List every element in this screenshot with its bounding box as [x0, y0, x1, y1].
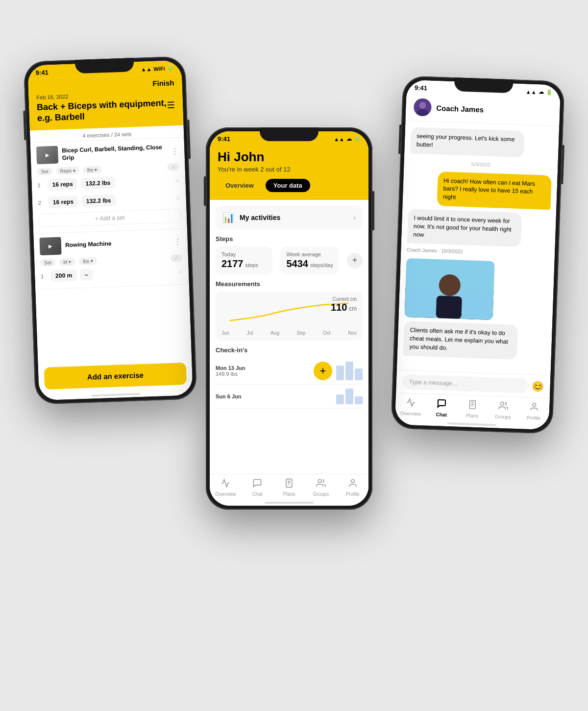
exercise-block-2: Rowing Machine ⋮ Set M ▾ lbs ▾ ✓ 1 200 m…: [33, 229, 189, 290]
plans-icon-mid: [284, 478, 294, 490]
menu-icon[interactable]: ☰: [167, 99, 175, 111]
tab-overview[interactable]: Overview: [218, 179, 262, 192]
set-reps-1-1[interactable]: 16 reps: [47, 178, 78, 191]
nav-plans-label-right: Plans: [466, 413, 478, 418]
msg-image-container: [404, 258, 494, 320]
chat-icon-right: [437, 398, 447, 411]
chart-current: Current cm 110 cm: [331, 296, 357, 313]
nav-overview-mid[interactable]: Overview: [210, 478, 242, 497]
chart-current-val: 110: [331, 302, 347, 313]
set-weight-1-2[interactable]: 132.2 lbs: [81, 195, 116, 207]
finish-button[interactable]: Finish: [152, 78, 174, 88]
profile-icon-mid: [348, 478, 358, 490]
measurements-section: Measurements Current cm 110 cm: [216, 280, 363, 341]
notch-mid: [260, 127, 318, 141]
checkin-add-button[interactable]: +: [314, 362, 332, 380]
weight-dropdown-2[interactable]: lbs ▾: [79, 257, 97, 265]
checkins-title: Check-in's: [216, 346, 363, 354]
home-indicator-right: [447, 422, 496, 426]
nav-plans-right[interactable]: Plans: [457, 399, 488, 419]
emoji-button[interactable]: 😊: [532, 380, 544, 392]
overview-icon-right: [406, 397, 416, 410]
home-indicator-mid: [265, 502, 314, 504]
checkin-row-1: Mon 13 Jun 149.9 lbs +: [216, 358, 363, 385]
chart-current-unit: cm: [349, 305, 357, 312]
dash-subtitle: You're in week 2 out of 12: [218, 166, 361, 173]
chat-screen: 9:41 ▲▲ ☁ 🔋: [395, 80, 561, 430]
steps-add-button[interactable]: +: [347, 253, 363, 269]
exercise-name-1: Bicep Curl, Barbell, Standing, Close Gri…: [62, 143, 167, 162]
msg-date-1: 5/3/2022: [410, 159, 552, 170]
exercise-options-1[interactable]: ⋮: [171, 146, 179, 156]
svg-point-17: [500, 402, 504, 405]
notch-left: [75, 58, 134, 74]
nav-chat-mid[interactable]: Chat: [242, 478, 273, 497]
nav-groups-right[interactable]: Groups: [488, 400, 519, 420]
exercise-header-1: Bicep Curl, Barbell, Standing, Close Gri…: [36, 142, 179, 164]
set-check-1-1: ○: [175, 176, 180, 184]
checkin-row-2: Sun 6 Jun: [216, 385, 363, 409]
phone-right: 9:41 ▲▲ ☁ 🔋: [391, 75, 565, 434]
chat-input[interactable]: Type a message...: [402, 374, 528, 393]
msg-image: [404, 258, 494, 320]
status-icons-right: ▲▲ ☁ 🔋: [526, 88, 553, 96]
nav-overview-label-right: Overview: [400, 411, 421, 417]
checkin-date-2: Sun 6 Jun: [216, 393, 242, 399]
msg-2: Hi coach! How often can I eat Mars bars?…: [437, 172, 551, 210]
set-reps-1-2[interactable]: 16 reps: [48, 196, 79, 208]
nav-profile-mid[interactable]: Profile: [337, 478, 368, 497]
today-value: 2177: [221, 258, 244, 270]
avg-label: Week average: [286, 251, 333, 257]
dashboard-header: Hi John You're in week 2 out of 12 Overv…: [210, 145, 368, 200]
tab-your-data[interactable]: Your data: [266, 179, 310, 192]
nav-chat-right[interactable]: Chat: [426, 398, 457, 418]
avg-value: 5434: [286, 258, 308, 270]
home-indicator-left: [92, 393, 141, 396]
set-reps-2-1[interactable]: 200 m: [50, 270, 77, 282]
dashboard-content: 📊 My activities › Steps Today 2177 steps: [210, 200, 368, 474]
dashboard-screen: 9:41 ▲▲ ☁ 🔋 Hi John You're in week 2 out…: [210, 131, 368, 506]
svg-point-4: [318, 480, 321, 483]
nav-overview-right[interactable]: Overview: [395, 397, 426, 417]
svg-point-18: [533, 403, 536, 407]
workout-screen: 9:41 ▲▲ WiFi 🔋 Finish Feb 16, 2022: [27, 60, 193, 401]
checkins-section: Check-in's Mon 13 Jun 149.9 lbs +: [216, 346, 363, 409]
set-weight-2-1[interactable]: –: [80, 269, 94, 281]
exercise-header-2: Rowing Machine ⋮: [39, 233, 182, 255]
checkin-bars-1: [336, 362, 363, 380]
phone-mid: 9:41 ▲▲ ☁ 🔋 Hi John You're in week 2 out…: [206, 127, 372, 510]
msg-sender-1: Coach James - 15/3/2022: [407, 247, 549, 257]
profile-icon-right: [529, 402, 539, 415]
svg-point-5: [351, 480, 354, 483]
steps-today-box: Today 2177 steps: [216, 246, 272, 274]
overview-icon-mid: [220, 478, 230, 490]
phone-left-screen: 9:41 ▲▲ WiFi 🔋 Finish Feb 16, 2022: [27, 60, 193, 401]
scene: 9:41 ▲▲ WiFi 🔋 Finish Feb 16, 2022: [0, 0, 588, 711]
nav-groups-mid[interactable]: Groups: [305, 478, 337, 497]
chat-icon-mid: [252, 478, 262, 490]
activity-label: My activities: [240, 214, 280, 221]
exercise-options-2[interactable]: ⋮: [174, 237, 182, 247]
dash-greeting: Hi John: [218, 149, 361, 165]
today-label: Today: [221, 251, 267, 257]
add-set-button[interactable]: + Add a set: [39, 209, 181, 227]
status-time-mid: 9:41: [218, 135, 230, 143]
nav-profile-right[interactable]: Profile: [518, 401, 549, 421]
weight-dropdown[interactable]: lbs ▾: [83, 166, 101, 174]
svg-rect-12: [436, 295, 462, 319]
chart-current-label: Current cm: [331, 296, 357, 302]
exercise-block-1: Bicep Curl, Barbell, Standing, Close Gri…: [30, 138, 187, 234]
set-check-2-1: ○: [178, 268, 183, 275]
bottom-nav-mid: Overview Chat Plans: [210, 474, 368, 499]
activities-row[interactable]: 📊 My activities ›: [216, 206, 363, 229]
steps-title: Steps: [216, 235, 363, 243]
status-icons-mid: ▲▲ ☁ 🔋: [334, 136, 361, 142]
nav-plans-mid[interactable]: Plans: [273, 478, 305, 497]
nav-groups-label-right: Groups: [495, 414, 511, 419]
set-weight-1-1[interactable]: 132.2 lbs: [80, 177, 115, 190]
add-exercise-button[interactable]: Add an exercise: [44, 363, 187, 390]
measure-dropdown[interactable]: M ▾: [59, 258, 75, 266]
nav-groups-label-mid: Groups: [313, 491, 329, 497]
reps-dropdown[interactable]: Reps ▾: [56, 167, 79, 175]
checkin-bars-2: [336, 389, 363, 404]
